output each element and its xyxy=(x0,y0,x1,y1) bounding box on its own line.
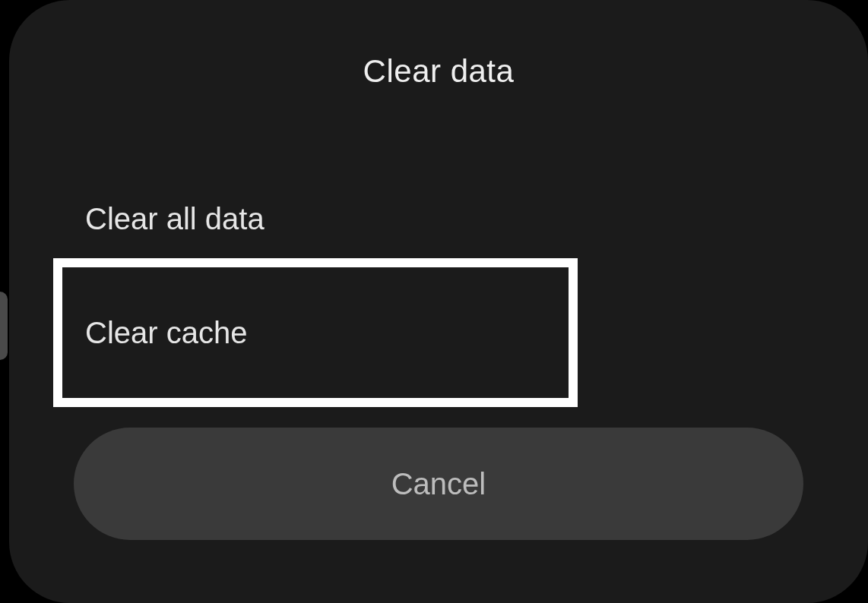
dialog-title: Clear data xyxy=(9,53,868,90)
option-clear-all-label: Clear all data xyxy=(85,202,265,235)
option-clear-all-data[interactable]: Clear all data xyxy=(9,188,868,250)
cancel-button[interactable]: Cancel xyxy=(74,428,803,540)
cancel-button-label: Cancel xyxy=(391,467,486,500)
edge-handle-left xyxy=(0,292,8,360)
option-clear-cache-label: Clear cache xyxy=(62,316,247,350)
clear-data-dialog: Clear data Clear all data Clear cache Ca… xyxy=(9,0,868,603)
options-list: Clear all data Clear cache xyxy=(9,188,868,250)
option-clear-cache[interactable]: Clear cache xyxy=(53,258,578,407)
